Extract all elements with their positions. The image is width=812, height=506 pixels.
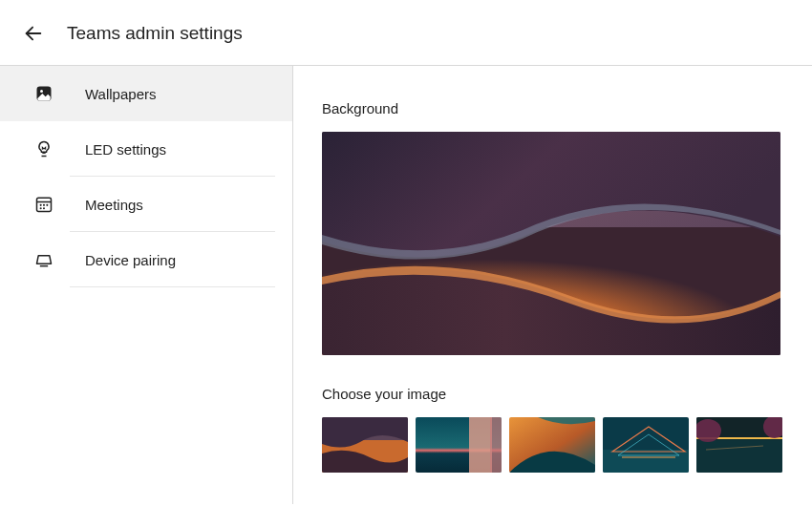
bulb-icon	[33, 138, 54, 159]
arrow-left-icon	[23, 23, 44, 44]
thumbnail-pool-night[interactable]	[696, 417, 782, 473]
thumbnail-wave-purple[interactable]	[322, 417, 408, 473]
choose-image-label: Choose your image	[322, 386, 812, 402]
background-preview	[322, 132, 780, 355]
background-label: Background	[322, 100, 812, 116]
sidebar-item-label: Device pairing	[85, 252, 176, 268]
header: Teams admin settings	[0, 0, 812, 66]
calendar-icon	[33, 194, 54, 215]
sidebar-item-label: Wallpapers	[85, 86, 156, 102]
sidebar: Wallpapers LED settings	[0, 66, 293, 504]
image-icon	[33, 83, 54, 104]
svg-rect-17	[490, 417, 502, 473]
svg-point-2	[40, 90, 43, 93]
sidebar-item-device-pairing[interactable]: Device pairing	[0, 232, 292, 287]
page-title: Teams admin settings	[67, 23, 243, 44]
thumbnail-wave-orange[interactable]	[509, 417, 595, 473]
sidebar-item-label: Meetings	[85, 197, 143, 213]
svg-rect-25	[696, 440, 782, 473]
thumbnail-sunset-sea[interactable]	[416, 417, 502, 473]
content: Background	[293, 66, 812, 504]
sidebar-item-label: LED settings	[85, 141, 166, 158]
thumbnail-glass-night[interactable]	[603, 417, 689, 473]
main: Wallpapers LED settings	[0, 66, 812, 504]
thumbnail-row	[322, 417, 812, 473]
sidebar-item-meetings[interactable]: Meetings	[0, 177, 292, 232]
svg-rect-16	[469, 417, 492, 473]
back-button[interactable]	[23, 23, 44, 44]
device-icon	[33, 249, 54, 270]
sidebar-item-led-settings[interactable]: LED settings	[0, 121, 292, 177]
sidebar-item-wallpapers[interactable]: Wallpapers	[0, 66, 292, 121]
